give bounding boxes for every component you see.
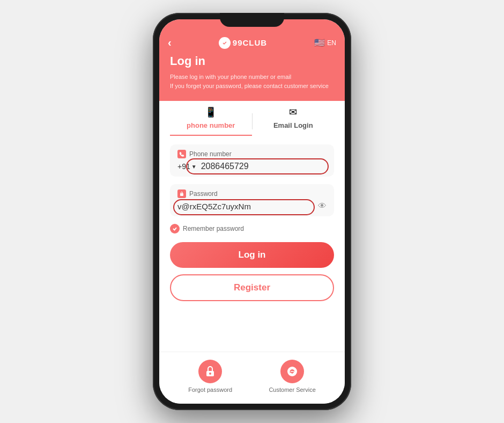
eye-icon[interactable]: 👁: [318, 201, 327, 211]
phone-field-group: Phone number +91 ▼: [170, 144, 334, 177]
phone-label-icon: [177, 150, 186, 158]
logo-text: 99CLUB: [233, 38, 267, 47]
country-code-value: +91: [177, 162, 190, 171]
phone-tab-icon: 📱: [205, 106, 217, 118]
flag-icon: 🇺🇸: [314, 38, 325, 48]
phone-label-row: Phone number: [177, 150, 327, 158]
login-title: Log in: [170, 54, 334, 68]
svg-point-5: [291, 371, 292, 372]
email-tab-label: Email Login: [273, 121, 313, 129]
tab-phone[interactable]: 📱 phone number: [170, 106, 252, 136]
svg-point-7: [293, 371, 294, 372]
customer-service-icon: [280, 360, 304, 383]
back-button[interactable]: ‹: [168, 37, 172, 49]
phone-input-row: +91 ▼: [177, 162, 327, 171]
tab-section: 📱 phone number ✉ Email Login: [159, 101, 345, 136]
chevron-down-icon: ▼: [191, 164, 197, 170]
login-button[interactable]: Log in: [170, 242, 334, 268]
nav-customer-service[interactable]: Customer Service: [269, 360, 315, 393]
country-code[interactable]: +91 ▼: [177, 162, 197, 171]
password-label-row: Password: [177, 189, 327, 198]
forgot-password-icon: [198, 360, 222, 383]
notch: [220, 13, 284, 27]
login-tabs: 📱 phone number ✉ Email Login: [159, 106, 345, 136]
password-field-group: Password 👁: [170, 184, 334, 216]
phone-label: Phone number: [189, 150, 232, 158]
logo-icon: [219, 37, 231, 49]
tab-email[interactable]: ✉ Email Login: [253, 106, 335, 136]
password-input[interactable]: [177, 202, 318, 211]
lang-text: EN: [327, 39, 336, 47]
email-tab-icon: ✉: [289, 106, 297, 118]
password-label-icon: [177, 189, 186, 198]
login-subtitle-2: If you forget your password, please cont…: [170, 82, 334, 91]
remember-row: Remember password: [170, 224, 334, 234]
svg-rect-1: [180, 193, 183, 196]
svg-point-3: [209, 373, 211, 375]
app-logo: 99CLUB: [219, 37, 267, 49]
remember-check-icon[interactable]: [170, 224, 180, 234]
phone-screen: ‹ 99CLUB 🇺🇸 EN Log in Please log in with…: [159, 19, 345, 404]
password-label: Password: [189, 190, 218, 198]
login-header: Log in Please log in with your phone num…: [159, 49, 345, 101]
forgot-password-label: Forgot password: [188, 386, 232, 393]
bottom-nav: Forgot password Customer Service: [159, 352, 345, 404]
nav-forgot-password[interactable]: Forgot password: [188, 360, 232, 393]
password-row: 👁: [177, 201, 327, 211]
phone-tab-label: phone number: [187, 121, 235, 129]
phone-input[interactable]: [201, 162, 327, 171]
svg-point-6: [292, 371, 293, 372]
login-subtitle-1: Please log in with your phone number or …: [170, 72, 334, 82]
flag-lang[interactable]: 🇺🇸 EN: [314, 38, 336, 48]
form-section: Phone number +91 ▼ Password: [159, 136, 345, 310]
phone-frame: ‹ 99CLUB 🇺🇸 EN Log in Please log in with…: [153, 13, 351, 410]
customer-service-label: Customer Service: [269, 386, 315, 393]
remember-label: Remember password: [183, 225, 244, 232]
register-button[interactable]: Register: [170, 274, 334, 301]
